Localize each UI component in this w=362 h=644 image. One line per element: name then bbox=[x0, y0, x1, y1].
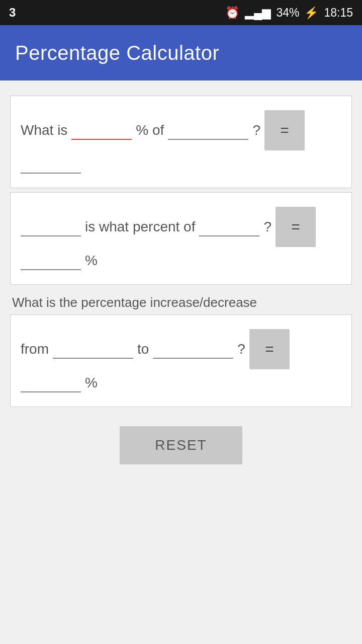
calculator-card-3: from to ? = % bbox=[10, 314, 352, 407]
card1-result bbox=[21, 154, 81, 174]
battery-icon: ⚡ bbox=[304, 6, 319, 20]
calculator-card-1: What is % of ? = bbox=[10, 96, 352, 188]
card3-prefix: from bbox=[21, 341, 49, 357]
card3-equals-button[interactable]: = bbox=[249, 329, 290, 369]
notification-count: 3 bbox=[9, 6, 16, 20]
card3-to-label: to bbox=[137, 341, 149, 357]
card2-question: ? bbox=[263, 219, 272, 235]
clock: 18:15 bbox=[324, 6, 353, 20]
card3-question: ? bbox=[237, 341, 245, 357]
main-content: What is % of ? = is what percent of ? = … bbox=[0, 80, 362, 479]
card1-input-value[interactable] bbox=[168, 121, 248, 140]
card2-middle: is what percent of bbox=[85, 219, 195, 235]
reset-container: RESET bbox=[10, 426, 352, 464]
card2-result bbox=[21, 251, 81, 270]
calc-row-2: is what percent of ? = % bbox=[21, 207, 341, 270]
app-bar: Percentage Calculator bbox=[0, 25, 362, 80]
calc-row-3: from to ? = % bbox=[21, 329, 341, 392]
section-header-increase-decrease: What is the percentage increase/decrease bbox=[10, 289, 352, 314]
card1-equals-button[interactable]: = bbox=[264, 110, 305, 150]
battery-level: 34% bbox=[276, 6, 299, 20]
card3-input-from[interactable] bbox=[53, 340, 133, 359]
app-title: Percentage Calculator bbox=[15, 42, 219, 64]
card1-prefix: What is bbox=[21, 122, 67, 138]
signal-icon: ▂▄▆ bbox=[245, 6, 271, 20]
card1-input-percent[interactable] bbox=[71, 121, 132, 140]
card1-question: ? bbox=[252, 122, 260, 138]
card3-result bbox=[21, 373, 81, 392]
card1-middle: % of bbox=[136, 122, 164, 138]
alarm-icon: ⏰ bbox=[225, 6, 240, 20]
calc-row-1: What is % of ? = bbox=[21, 110, 341, 174]
card2-input-value1[interactable] bbox=[21, 217, 81, 236]
calculator-card-2: is what percent of ? = % bbox=[10, 192, 352, 285]
card2-percent: % bbox=[85, 253, 98, 269]
reset-button[interactable]: RESET bbox=[120, 426, 242, 464]
card3-percent: % bbox=[85, 375, 98, 391]
status-icons: ⏰ ▂▄▆ 34% ⚡ 18:15 bbox=[225, 6, 353, 20]
card3-input-to[interactable] bbox=[153, 340, 233, 359]
status-bar: 3 ⏰ ▂▄▆ 34% ⚡ 18:15 bbox=[0, 0, 362, 25]
card2-equals-button[interactable]: = bbox=[276, 207, 316, 247]
card2-input-value2[interactable] bbox=[199, 217, 259, 236]
